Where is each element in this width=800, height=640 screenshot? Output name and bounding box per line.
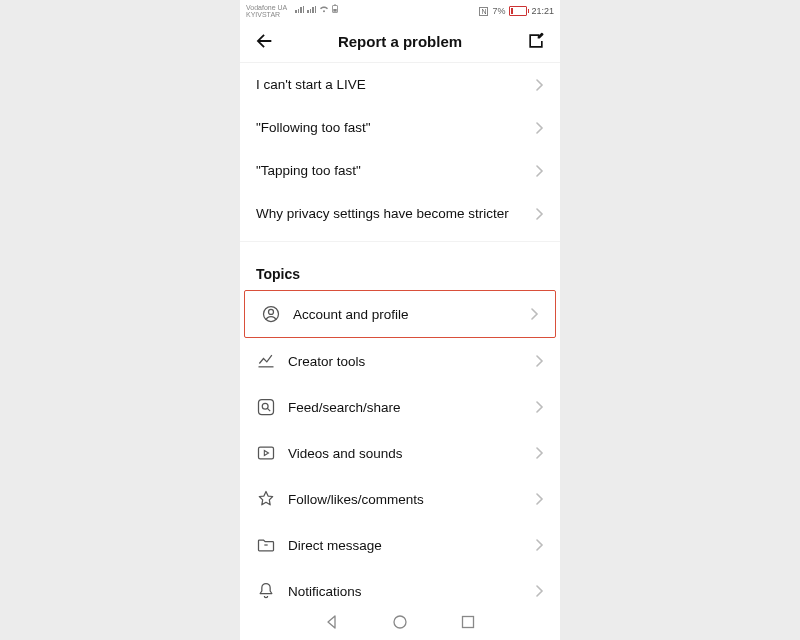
- status-bar: Vodafone UA KYIVSTAR N 7% 21:21: [240, 0, 560, 20]
- compose-button[interactable]: [524, 29, 548, 53]
- topic-label: Feed/search/share: [288, 400, 524, 415]
- page-title: Report a problem: [338, 33, 462, 50]
- section-divider: [240, 241, 560, 248]
- topic-label: Account and profile: [293, 307, 519, 322]
- topic-notifications[interactable]: Notifications: [240, 568, 560, 604]
- chevron-right-icon: [536, 493, 544, 505]
- carrier-2: KYIVSTAR: [246, 11, 287, 18]
- square-recents-icon: [460, 614, 476, 630]
- faq-label: Why privacy settings have become stricte…: [256, 206, 524, 221]
- chevron-right-icon: [536, 447, 544, 459]
- topic-label: Direct message: [288, 538, 524, 553]
- signal-2-icon: [307, 6, 316, 14]
- analytics-icon: [256, 351, 276, 371]
- topics-header: Topics: [240, 248, 560, 290]
- folder-icon: [256, 535, 276, 555]
- chevron-right-icon: [536, 355, 544, 367]
- nav-back-button[interactable]: [323, 613, 341, 631]
- carrier-1: Vodafone UA: [246, 4, 287, 11]
- wifi-icon: [319, 5, 329, 13]
- content-list: I can't start a LIVE "Following too fast…: [240, 63, 560, 604]
- back-button[interactable]: [252, 29, 276, 53]
- svg-rect-2: [334, 9, 337, 12]
- topic-videos-sounds[interactable]: Videos and sounds: [240, 430, 560, 476]
- app-header: Report a problem: [240, 20, 560, 63]
- battery-pct: 7%: [492, 6, 505, 16]
- faq-label: I can't start a LIVE: [256, 77, 524, 92]
- topic-account-profile[interactable]: Account and profile: [244, 290, 556, 338]
- signal-cluster: [295, 4, 338, 13]
- person-icon: [261, 304, 281, 324]
- phone-frame: Vodafone UA KYIVSTAR N 7% 21:21: [240, 0, 560, 640]
- android-nav-bar: [240, 604, 560, 640]
- topic-direct-message[interactable]: Direct message: [240, 522, 560, 568]
- circle-home-icon: [392, 614, 408, 630]
- search-icon: [256, 397, 276, 417]
- chevron-right-icon: [531, 308, 539, 320]
- chevron-right-icon: [536, 539, 544, 551]
- faq-item[interactable]: I can't start a LIVE: [240, 63, 560, 106]
- chevron-right-icon: [536, 165, 544, 177]
- triangle-back-icon: [324, 614, 340, 630]
- arrow-left-icon: [253, 30, 275, 52]
- battery-small-icon: [332, 4, 338, 13]
- compose-icon: [526, 31, 546, 51]
- status-left: Vodafone UA KYIVSTAR: [246, 4, 338, 18]
- nav-recents-button[interactable]: [459, 613, 477, 631]
- faq-item[interactable]: "Following too fast": [240, 106, 560, 149]
- nfc-icon: N: [479, 7, 488, 16]
- svg-rect-9: [463, 617, 474, 628]
- faq-item[interactable]: "Tapping too fast": [240, 149, 560, 192]
- chevron-right-icon: [536, 79, 544, 91]
- battery-icon: [509, 6, 527, 16]
- chevron-right-icon: [536, 401, 544, 413]
- svg-point-4: [269, 309, 274, 314]
- topic-label: Follow/likes/comments: [288, 492, 524, 507]
- bell-icon: [256, 581, 276, 601]
- carrier-labels: Vodafone UA KYIVSTAR: [246, 4, 287, 18]
- svg-point-6: [262, 403, 268, 409]
- topic-follow-likes-comments[interactable]: Follow/likes/comments: [240, 476, 560, 522]
- chevron-right-icon: [536, 208, 544, 220]
- star-icon: [256, 489, 276, 509]
- faq-item[interactable]: Why privacy settings have become stricte…: [240, 192, 560, 235]
- status-right: N 7% 21:21: [479, 6, 554, 16]
- play-icon: [256, 443, 276, 463]
- svg-rect-5: [259, 400, 274, 415]
- signal-1-icon: [295, 6, 304, 14]
- chevron-right-icon: [536, 585, 544, 597]
- svg-rect-1: [334, 5, 336, 6]
- clock: 21:21: [531, 6, 554, 16]
- svg-rect-7: [259, 447, 274, 459]
- topic-label: Notifications: [288, 584, 524, 599]
- faq-label: "Following too fast": [256, 120, 524, 135]
- topic-feed-search-share[interactable]: Feed/search/share: [240, 384, 560, 430]
- faq-label: "Tapping too fast": [256, 163, 524, 178]
- nav-home-button[interactable]: [391, 613, 409, 631]
- chevron-right-icon: [536, 122, 544, 134]
- svg-point-8: [394, 616, 406, 628]
- topic-creator-tools[interactable]: Creator tools: [240, 338, 560, 384]
- topic-label: Videos and sounds: [288, 446, 524, 461]
- topic-label: Creator tools: [288, 354, 524, 369]
